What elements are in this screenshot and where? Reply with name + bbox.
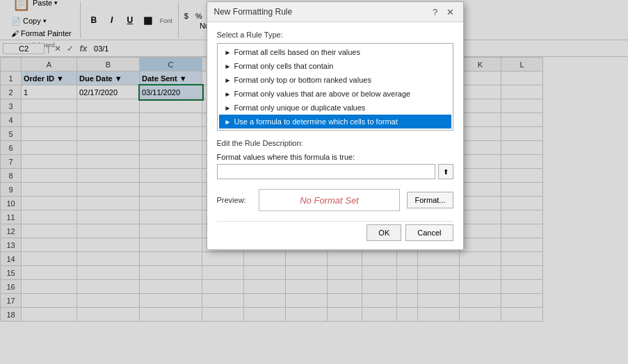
no-format-label: No Format Set [300,195,359,206]
rule-arrow-5: ► [225,118,232,126]
modal-close-button[interactable]: ✕ [445,6,456,17]
rule-type-list: ► Format all cells based on their values… [217,43,453,131]
rule-type-item-5[interactable]: ► Use a formula to determine which cells… [219,115,451,129]
modal-title: New Formatting Rule [214,7,293,17]
formula-row: ⬆ [217,164,453,179]
preview-row: Preview: No Format Set Format... [217,189,453,211]
formula-ref-button[interactable]: ⬆ [438,164,453,179]
rule-type-label-1: Format only cells that contain [234,62,333,70]
rule-type-label-0: Format all cells based on their values [234,48,360,56]
rule-arrow-2: ► [225,76,232,84]
rule-type-label-5: Use a formula to determine which cells t… [234,117,397,126]
rule-type-item-1[interactable]: ► Format only cells that contain [219,59,451,73]
edit-rule-label: Edit the Rule Description: [217,139,453,147]
format-button[interactable]: Format... [407,192,453,208]
ok-button[interactable]: OK [367,224,401,241]
cancel-button[interactable]: Cancel [405,224,453,241]
rule-type-label-2: Format only top or bottom ranked values [234,76,371,84]
preview-box: No Format Set [259,189,401,211]
select-rule-label: Select a Rule Type: [217,31,453,39]
modal-body: Select a Rule Type: ► Format all cells b… [207,22,463,249]
rule-type-label-4: Format only unique or duplicate values [234,104,365,112]
formula-text-input[interactable] [217,164,435,179]
rule-type-item-3[interactable]: ► Format only values that are above or b… [219,87,451,101]
modal-overlay: New Formatting Rule ? ✕ Select a Rule Ty… [0,0,628,364]
rule-type-item-2[interactable]: ► Format only top or bottom ranked value… [219,73,451,87]
rule-type-item-0[interactable]: ► Format all cells based on their values [219,45,451,59]
rule-arrow-3: ► [225,90,232,98]
modal-help-button[interactable]: ? [430,6,441,17]
rule-arrow-4: ► [225,104,232,112]
formula-section-label: Format values where this formula is true… [217,153,453,161]
preview-label: Preview: [217,196,252,204]
modal-controls: ? ✕ [430,6,456,17]
modal-titlebar: New Formatting Rule ? ✕ [207,2,463,22]
rule-arrow-0: ► [225,49,232,56]
new-formatting-rule-dialog: New Formatting Rule ? ✕ Select a Rule Ty… [207,1,464,250]
rule-type-item-4[interactable]: ► Format only unique or duplicate values [219,101,451,115]
rule-arrow-1: ► [225,63,232,70]
rule-type-label-3: Format only values that are above or bel… [234,90,410,98]
formula-ref-icon: ⬆ [443,168,449,176]
modal-footer: OK Cancel [217,221,453,241]
